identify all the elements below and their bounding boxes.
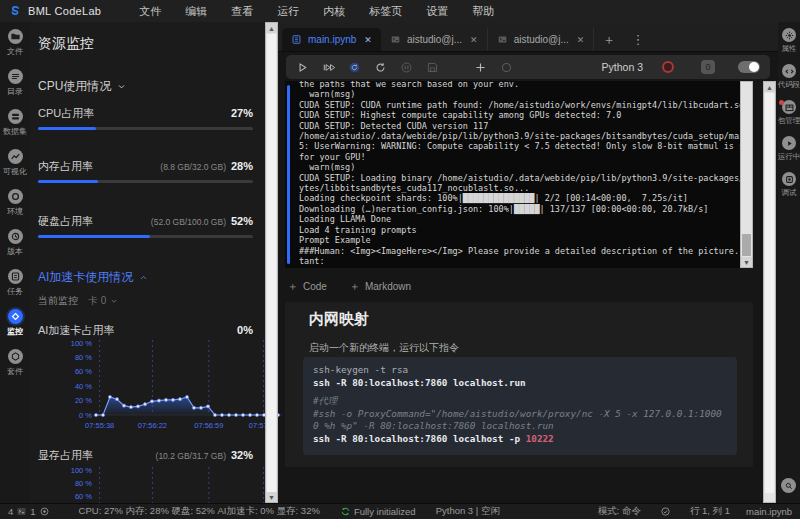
markdown-code-block: ssh-keygen -t rsassh -R 80:localhost:786… xyxy=(303,357,737,455)
current-monitor-label: 当前监控 xyxy=(38,294,78,308)
progress-bar-fill xyxy=(38,180,98,183)
console-output: the paths that we search based on your e… xyxy=(299,81,738,266)
sidebar-item-label: 数据集 xyxy=(3,126,27,137)
tab-main.ipynb[interactable]: main.ipynb✕ xyxy=(282,28,381,51)
sidebar-item-数据集[interactable]: 数据集 xyxy=(0,102,30,142)
tab-aistudio@j...[interactable]: aistudio@j...✕ xyxy=(381,28,488,51)
tab-more-icon[interactable]: ⋮ xyxy=(623,28,652,51)
output-scrollbar[interactable]: ▼ xyxy=(740,81,753,268)
menu-item-标签页[interactable]: 标签页 xyxy=(357,4,414,19)
kernel-busy-indicator xyxy=(662,61,674,73)
version-icon xyxy=(8,229,23,244)
kernel-name[interactable]: Python 3 xyxy=(602,61,643,73)
ai-usage-value: 0% xyxy=(237,324,253,336)
notifications-icon[interactable] xyxy=(660,506,671,517)
menu-items: 文件编辑查看运行内核标签页设置帮助 xyxy=(127,4,506,19)
console-line: Loading LLAMA Done xyxy=(299,214,738,224)
keyboard-mode-button[interactable]: 0 xyxy=(701,60,715,74)
sidebar-item-代码段[interactable]: 代码段 xyxy=(778,58,800,94)
add-cell-button[interactable] xyxy=(474,61,487,74)
interrupt-kernel-button[interactable] xyxy=(400,61,413,74)
environment-icon xyxy=(8,189,23,204)
terminal-icon xyxy=(16,506,27,517)
init-status: Fully initialized xyxy=(354,506,416,517)
console-line: 5: UserWarning: WARNING: Compute capabil… xyxy=(299,141,738,151)
metric-label: 硬盘占用率 xyxy=(38,214,93,229)
sidebar-item-属性[interactable]: 属性 xyxy=(778,22,800,58)
svg-text:80 %: 80 % xyxy=(75,353,92,362)
console-line: ###Human: <Img><ImageHere></Img> Please … xyxy=(299,246,738,256)
refresh-button[interactable] xyxy=(374,61,387,74)
sidebar-item-文件[interactable]: 文件 xyxy=(0,22,30,62)
code-line: ssh -R 80:localhost:7860 localhost.run xyxy=(313,377,727,390)
sidebar-item-目录[interactable]: 目录 xyxy=(0,62,30,102)
sidebar-item-label: 监控 xyxy=(7,326,23,337)
console-line: /home/aistudio/.data/webide/pip/lib/pyth… xyxy=(299,131,738,141)
menu-item-查看[interactable]: 查看 xyxy=(219,4,265,19)
resource-monitor-panel: 资源监控 CPU使用情况 CPU占用率27%内存占用率(8.8 GB/32.0 … xyxy=(30,22,265,503)
tab-close-icon[interactable]: ✕ xyxy=(364,35,372,45)
run-cell-button[interactable] xyxy=(296,61,309,74)
new-tab-button[interactable]: ＋ xyxy=(594,28,623,51)
left-panel-scrollbar[interactable]: ▲ ▼ xyxy=(265,22,278,503)
sidebar-item-套件[interactable]: 套件 xyxy=(0,342,30,382)
svg-text:40 %: 40 % xyxy=(75,382,92,391)
search-icon[interactable] xyxy=(781,478,796,493)
properties-icon xyxy=(782,28,796,42)
menu-item-编辑[interactable]: 编辑 xyxy=(173,4,219,19)
right-activity-bar: 属性代码段包管理运行中调试 xyxy=(778,22,800,503)
output-cell[interactable]: the paths that we search based on your e… xyxy=(285,81,740,268)
save-button[interactable] xyxy=(426,61,439,74)
tab-close-icon[interactable]: ✕ xyxy=(577,35,585,45)
kernel-status[interactable]: Python 3 | 空闲 xyxy=(436,505,500,518)
ai-usage-chart: 100 %80 %60 %40 %20 %0 %07:55:3807:56:22… xyxy=(64,337,286,441)
sidebar-item-调试[interactable]: 调试 xyxy=(778,166,800,202)
cpu-section-header[interactable]: CPU使用情况 xyxy=(38,78,126,95)
add-markdown-cell-button[interactable]: ＋ Markdown xyxy=(349,279,411,294)
console-line: CUDA SETUP: Detected CUDA version 117 xyxy=(299,121,738,131)
markdown-cell[interactable]: 内网映射 启动一个新的终端，运行以下指令 ssh-keygen -t rsass… xyxy=(285,302,753,467)
notebook-icon xyxy=(291,34,302,45)
chevron-down-icon xyxy=(117,82,126,91)
add-code-cell-button[interactable]: ＋ Code xyxy=(287,279,327,294)
folder-icon xyxy=(8,29,23,44)
tab-aistudio@j...[interactable]: aistudio@j...✕ xyxy=(488,28,595,51)
sidebar-item-可视化[interactable]: 可视化 xyxy=(0,142,30,182)
code-line: ssh -R 80:localhost:7860 localhost -p 10… xyxy=(313,433,727,446)
card-select-dropdown[interactable]: 卡 0 xyxy=(88,294,118,308)
sidebar-item-label: 包管理 xyxy=(778,116,800,126)
sidebar-item-运行中[interactable]: 运行中 xyxy=(778,130,800,166)
sidebar-item-label: 文件 xyxy=(7,46,23,57)
snippet-icon xyxy=(782,64,796,78)
console-line: CUDA SETUP: Highest compute capability a… xyxy=(299,110,738,120)
metric-detail: (8.8 GB/32.0 GB) xyxy=(160,162,226,172)
app-title: BML CodeLab xyxy=(28,5,101,17)
menu-item-帮助[interactable]: 帮助 xyxy=(460,4,506,19)
notebook-scrollbar[interactable]: ▲ xyxy=(763,81,776,503)
sidebar-item-任务[interactable]: 任务 xyxy=(0,262,30,302)
console-line: for your GPU! xyxy=(299,152,738,162)
ai-section-header[interactable]: AI加速卡使用情况 xyxy=(38,269,148,286)
sidebar-item-包管理[interactable]: 包管理 xyxy=(778,94,800,130)
tab-label: main.ipynb xyxy=(308,34,356,45)
sidebar-item-监控[interactable]: 监控 xyxy=(0,302,30,342)
run-all-button[interactable] xyxy=(322,61,335,74)
menu-item-内核[interactable]: 内核 xyxy=(311,4,357,19)
sidebar-item-版本[interactable]: 版本 xyxy=(0,222,30,262)
simple-mode-toggle[interactable] xyxy=(738,61,760,73)
metric-硬盘占用率: 硬盘占用率(52.0 GB/100.0 GB)52% xyxy=(38,214,253,240)
debug-icon xyxy=(782,172,796,186)
menu-item-设置[interactable]: 设置 xyxy=(414,4,460,19)
status-bar: 4 1 CPU: 27% 内存: 28% 硬盘: 52% AI加速卡: 0% 显… xyxy=(0,503,800,519)
terminal-count[interactable]: 4 xyxy=(8,506,13,517)
restart-kernel-button[interactable] xyxy=(348,61,361,74)
menu-item-文件[interactable]: 文件 xyxy=(127,4,173,19)
notebook-toolbar: Python 3 0 xyxy=(286,55,770,79)
clear-output-button[interactable] xyxy=(500,61,513,74)
tab-close-icon[interactable]: ✕ xyxy=(470,35,478,45)
menu-item-运行[interactable]: 运行 xyxy=(265,4,311,19)
kernel-count[interactable]: 1 xyxy=(30,506,35,517)
sidebar-item-环境[interactable]: 环境 xyxy=(0,182,30,222)
metric-CPU占用率: CPU占用率27% xyxy=(38,106,253,132)
metric-value: 52% xyxy=(231,215,253,227)
